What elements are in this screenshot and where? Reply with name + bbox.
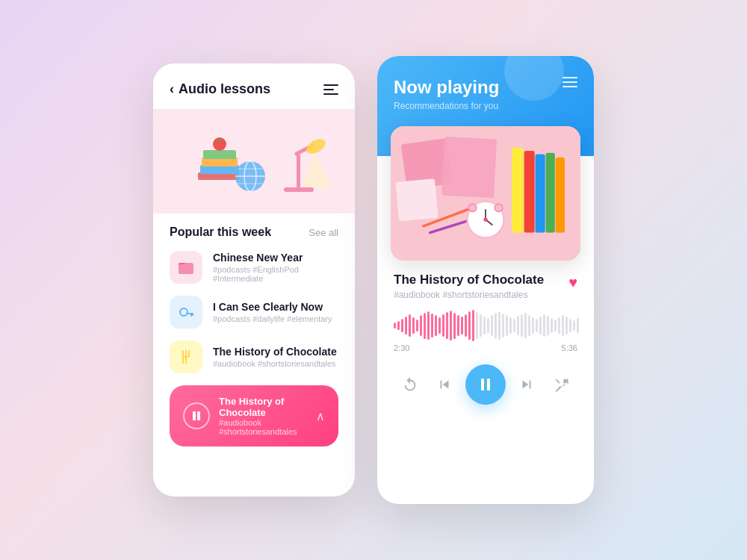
waveform-bar xyxy=(457,315,459,336)
pause-icon xyxy=(191,411,202,421)
waveform-bar xyxy=(394,323,396,329)
chevron-up-icon: ∧ xyxy=(316,409,325,423)
screens-container: ‹ Audio lessons xyxy=(153,56,594,504)
np-track-info: The History of Chocolate #audiobook #sho… xyxy=(394,273,577,300)
waveform-bar xyxy=(524,313,527,338)
track-tags: #podcasts #dailylife #elementary xyxy=(213,314,332,323)
svg-rect-4 xyxy=(203,150,236,159)
waveform-bar xyxy=(442,314,444,337)
waveform-bar xyxy=(420,315,422,336)
svg-rect-6 xyxy=(219,137,220,143)
waveform-bar xyxy=(397,321,400,330)
svg-rect-35 xyxy=(536,154,545,232)
track-info: Chinese New Year #podcasts #EnglishPod #… xyxy=(213,252,338,283)
waveform-bar xyxy=(480,314,482,337)
waveform-bar xyxy=(438,317,441,334)
waveform-bar xyxy=(513,319,515,332)
svg-rect-34 xyxy=(524,151,535,232)
replay-icon xyxy=(402,376,418,393)
now-playing-subtitle: Recommendations for you xyxy=(394,101,577,111)
waveform-bar xyxy=(554,320,557,332)
waveform-bar xyxy=(521,314,523,337)
svg-rect-13 xyxy=(297,154,300,191)
skip-prev-icon xyxy=(436,376,453,393)
waveform-bar xyxy=(543,314,545,337)
svg-rect-19 xyxy=(179,264,193,274)
previous-button[interactable] xyxy=(431,371,458,398)
waveform-bar xyxy=(424,313,426,339)
track-item[interactable]: The History of Chocolate #audiobook #sho… xyxy=(170,340,338,373)
mini-player-info: The History of Chocolate #audiobook #sho… xyxy=(219,396,307,436)
svg-point-45 xyxy=(468,204,477,212)
svg-rect-32 xyxy=(396,178,438,221)
mini-player[interactable]: The History of Chocolate #audiobook #sho… xyxy=(170,385,338,447)
waveform-bar xyxy=(435,315,437,336)
track-info: I Can See Clearly Now #podcasts #dailyli… xyxy=(213,301,332,323)
waveform-bar xyxy=(502,314,504,337)
waveform-bar xyxy=(446,312,448,339)
waveform-bar xyxy=(416,320,418,332)
waveform-bar xyxy=(562,315,564,336)
waveform-bar xyxy=(551,318,553,333)
now-playing-title: Now playing xyxy=(394,77,577,98)
waveform-bar xyxy=(461,317,463,335)
waveform-bar xyxy=(472,310,474,341)
svg-rect-28 xyxy=(197,411,200,420)
waveform-bar xyxy=(450,311,452,340)
waveform-bar xyxy=(536,319,538,332)
mini-player-track-tags: #audiobook #shortstoriesandtales xyxy=(219,418,307,436)
svg-point-20 xyxy=(180,308,187,316)
svg-rect-47 xyxy=(481,379,484,391)
waveform-bar xyxy=(465,314,467,337)
np-track-tags: #audiobook #shortstoriesandtales xyxy=(394,290,544,300)
pause-button[interactable] xyxy=(465,364,506,405)
audio-lessons-card: ‹ Audio lessons xyxy=(153,63,355,497)
svg-rect-33 xyxy=(512,148,524,233)
waveform-bar xyxy=(517,316,519,335)
left-header: ‹ Audio lessons xyxy=(153,63,355,109)
back-button[interactable]: ‹ Audio lessons xyxy=(170,81,270,97)
waveform-bar xyxy=(498,311,500,340)
waveform-bar xyxy=(453,313,456,339)
waveform-bar xyxy=(401,319,403,332)
track-name: The History of Chocolate xyxy=(213,346,337,358)
waveform-container[interactable]: 2:30 5:36 xyxy=(394,311,577,352)
next-button[interactable] xyxy=(513,371,540,398)
waveform-bar xyxy=(476,312,478,339)
banner-image xyxy=(153,109,355,214)
track-icon-chocolate xyxy=(170,340,202,373)
waveform-bar xyxy=(483,317,486,335)
waveform-bar xyxy=(495,313,497,338)
popular-header: Popular this week See all xyxy=(170,225,338,239)
track-name: Chinese New Year xyxy=(213,252,338,264)
total-time: 5:36 xyxy=(562,343,577,352)
folder-icon xyxy=(178,259,194,276)
waveform-bar xyxy=(412,317,415,334)
waveform-bar xyxy=(577,318,579,333)
track-item[interactable]: Chinese New Year #podcasts #EnglishPod #… xyxy=(170,251,338,284)
waveform-bar xyxy=(547,316,549,335)
waveform-bar xyxy=(558,317,560,334)
album-svg xyxy=(391,126,580,261)
svg-rect-27 xyxy=(193,411,196,420)
svg-point-46 xyxy=(495,204,503,212)
replay-button[interactable] xyxy=(397,371,424,398)
svg-rect-0 xyxy=(153,109,355,214)
hamburger-menu-icon[interactable] xyxy=(323,84,338,95)
svg-point-44 xyxy=(483,217,487,221)
svg-rect-31 xyxy=(441,137,497,198)
see-all-link[interactable]: See all xyxy=(309,227,338,238)
shuffle-button[interactable] xyxy=(548,371,574,398)
fork-icon xyxy=(178,349,194,365)
current-time: 2:30 xyxy=(394,343,409,352)
waveform-bar xyxy=(532,317,534,334)
np-track-name: The History of Chocolate xyxy=(394,273,544,287)
mini-player-pause-button[interactable] xyxy=(183,402,210,429)
waveform-bar xyxy=(409,314,411,337)
page-title: Audio lessons xyxy=(179,81,270,97)
waveform-bar xyxy=(569,319,571,332)
popular-title: Popular this week xyxy=(170,225,271,239)
heart-icon[interactable]: ♥ xyxy=(568,274,577,291)
track-item[interactable]: I Can See Clearly Now #podcasts #dailyli… xyxy=(170,296,338,329)
hamburger-menu-icon[interactable] xyxy=(562,77,577,87)
